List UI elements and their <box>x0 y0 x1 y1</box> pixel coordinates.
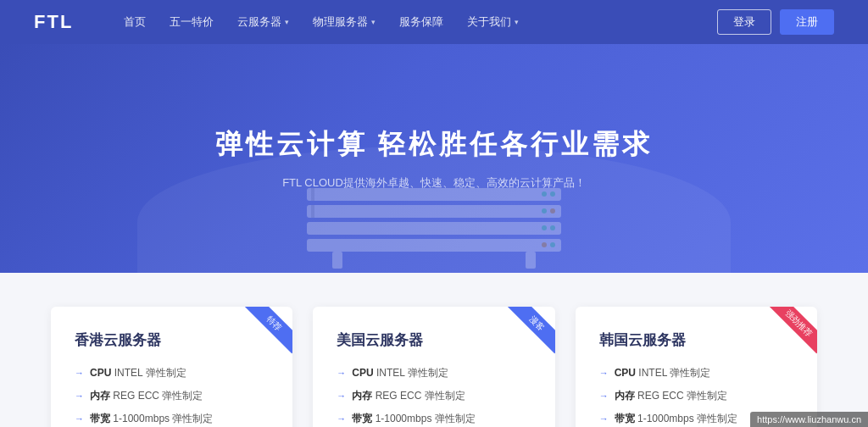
arrow-right-icon: → <box>599 389 609 403</box>
card-feature-item: →内存 REG ECC 弹性制定 <box>337 388 531 403</box>
arrow-right-icon: → <box>599 366 609 380</box>
card-feature-item: →CPU INTEL 弹性制定 <box>337 365 531 380</box>
site-logo: FTL <box>34 11 73 33</box>
feature-key: 带宽 <box>352 413 372 424</box>
card-feature-item: →内存 REG ECC 弹性制定 <box>599 388 793 403</box>
feature-sub: REG ECC <box>637 390 684 402</box>
arrow-right-icon: → <box>337 412 346 426</box>
nav-link-关于我们[interactable]: 关于我们▾ <box>467 14 519 30</box>
arrow-right-icon: → <box>337 366 346 380</box>
card-badge-label: 漫客 <box>506 307 554 353</box>
feature-sub: REG ECC <box>376 390 422 402</box>
url-bar: https://www.liuzhanwu.cn <box>750 412 868 427</box>
nav-link-物理服务器[interactable]: 物理服务器▾ <box>313 14 376 30</box>
svg-point-10 <box>542 208 547 214</box>
feature-text: 带宽 1-1000mbps 弹性制定 <box>352 411 475 426</box>
chevron-down-icon: ▾ <box>515 18 519 26</box>
svg-point-13 <box>550 225 555 230</box>
arrow-right-icon: → <box>75 366 84 380</box>
card-features-list: →CPU INTEL 弹性制定→内存 REG ECC 弹性制定→带宽 1-100… <box>75 365 269 427</box>
card-feature-item: →CPU INTEL 弹性制定 <box>599 365 793 380</box>
nav-links: 首页五一特价云服务器▾物理服务器▾服务保障关于我们▾ <box>124 14 717 30</box>
feature-sub: 1-1000mbps <box>376 413 432 424</box>
svg-rect-2 <box>307 205 561 218</box>
svg-point-8 <box>542 191 547 197</box>
nav-link-云服务器[interactable]: 云服务器▾ <box>237 14 289 30</box>
feature-sub: 1-1000mbps <box>637 413 694 424</box>
hero-subtitle: FTL CLOUD提供海外卓越、快速、稳定、高效的云计算产品！ <box>282 175 586 191</box>
card-feature-item: →内存 REG ECC 弹性制定 <box>75 388 269 403</box>
card-badge: 漫客 <box>503 307 555 359</box>
hero-title: 弹性云计算 轻松胜任各行业需求 <box>215 126 654 164</box>
arrow-right-icon: → <box>75 412 84 426</box>
feature-text: 内存 REG ECC 弹性制定 <box>352 388 465 403</box>
feature-key: CPU <box>615 367 636 379</box>
feature-text: 内存 REG ECC 弹性制定 <box>90 388 203 403</box>
nav-link-服务保障[interactable]: 服务保障 <box>399 14 443 30</box>
feature-key: 内存 <box>90 390 110 402</box>
feature-text: CPU INTEL 弹性制定 <box>615 365 711 380</box>
nav-link-五一特价[interactable]: 五一特价 <box>170 14 214 30</box>
feature-text: 带宽 1-1000mbps 弹性制定 <box>615 411 737 426</box>
card-badge-label: 强劲推荐 <box>769 307 817 353</box>
feature-text: 带宽 1-1000mbps 弹性制定 <box>90 411 213 426</box>
svg-point-15 <box>550 242 555 247</box>
card-badge: 特荐 <box>240 307 292 359</box>
card-features-list: →CPU INTEL 弹性制定→内存 REG ECC 弹性制定→带宽 1-100… <box>337 365 531 427</box>
service-card-1: 漫客美国云服务器→CPU INTEL 弹性制定→内存 REG ECC 弹性制定→… <box>313 307 554 427</box>
register-button[interactable]: 注册 <box>780 9 834 35</box>
login-button[interactable]: 登录 <box>717 9 771 35</box>
card-badge: 强劲推荐 <box>765 307 817 359</box>
feature-sub: 1-1000mbps <box>113 413 170 424</box>
feature-key: 带宽 <box>90 413 110 424</box>
svg-rect-7 <box>526 252 536 269</box>
nav-link-首页[interactable]: 首页 <box>124 14 146 30</box>
service-card-2: 强劲推荐韩国云服务器→CPU INTEL 弹性制定→内存 REG ECC 弹性制… <box>576 307 817 427</box>
chevron-down-icon: ▾ <box>371 18 376 26</box>
feature-text: CPU INTEL 弹性制定 <box>90 365 186 380</box>
feature-text: 内存 REG ECC 弹性制定 <box>615 388 727 403</box>
chevron-down-icon: ▾ <box>285 18 289 26</box>
card-feature-item: →带宽 1-1000mbps 弹性制定 <box>337 411 531 426</box>
card-feature-item: →CPU INTEL 弹性制定 <box>75 365 269 380</box>
svg-point-14 <box>542 242 547 247</box>
navbar: FTL 首页五一特价云服务器▾物理服务器▾服务保障关于我们▾ 登录 注册 <box>0 0 868 44</box>
feature-key: 内存 <box>352 390 372 402</box>
feature-key: CPU <box>352 367 373 379</box>
card-badge-label: 特荐 <box>244 307 292 353</box>
arrow-right-icon: → <box>75 389 84 403</box>
svg-rect-6 <box>332 252 342 269</box>
cards-section: 特荐香港云服务器→CPU INTEL 弹性制定→内存 REG ECC 弹性制定→… <box>0 273 868 427</box>
feature-sub: INTEL <box>376 367 405 379</box>
feature-sub: REG ECC <box>113 390 159 402</box>
feature-sub: INTEL <box>638 367 667 379</box>
svg-rect-3 <box>311 205 314 218</box>
svg-point-11 <box>550 208 555 214</box>
hero-section: 弹性云计算 轻松胜任各行业需求 FTL CLOUD提供海外卓越、快速、稳定、高效… <box>0 44 868 273</box>
card-feature-item: →带宽 1-1000mbps 弹性制定 <box>75 411 269 426</box>
service-card-0: 特荐香港云服务器→CPU INTEL 弹性制定→内存 REG ECC 弹性制定→… <box>51 307 292 427</box>
svg-rect-5 <box>307 239 561 252</box>
svg-point-9 <box>550 191 555 197</box>
arrow-right-icon: → <box>599 412 609 426</box>
svg-point-12 <box>542 225 547 230</box>
svg-rect-4 <box>307 222 561 235</box>
nav-auth-buttons: 登录 注册 <box>717 9 834 35</box>
feature-key: CPU <box>90 367 111 379</box>
feature-sub: INTEL <box>114 367 143 379</box>
arrow-right-icon: → <box>337 389 346 403</box>
feature-key: 带宽 <box>615 413 635 424</box>
feature-key: 内存 <box>615 390 635 402</box>
feature-text: CPU INTEL 弹性制定 <box>352 365 448 380</box>
